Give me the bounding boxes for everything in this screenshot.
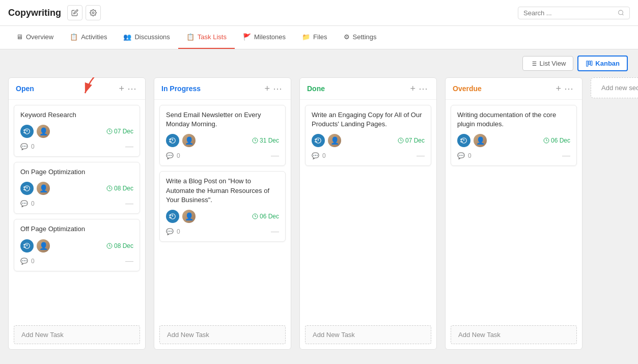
task-footer-1: 💬 0 — <box>20 142 133 151</box>
column-overdue: Overdue + ⋯ Writing documentation of the… <box>445 77 582 350</box>
milestones-icon: 🚩 <box>243 33 251 41</box>
column-overdue-title: Overdue <box>453 85 554 93</box>
tab-discussions[interactable]: 👥 Discussions <box>115 26 178 49</box>
svg-point-1 <box>619 10 623 15</box>
comment-count: 0 <box>177 228 268 235</box>
avatar-power-3 <box>20 239 34 253</box>
column-open-body: Keyword Research 👤 07 Dec 💬 0 — <box>9 100 145 325</box>
search-input[interactable] <box>523 9 618 17</box>
column-in-progress-add-btn[interactable]: + <box>263 84 271 93</box>
column-done-title: Done <box>307 85 408 93</box>
task-title: Off Page Optimization <box>20 225 133 234</box>
tab-files[interactable]: 📁 Files <box>294 26 335 49</box>
add-task-open[interactable]: Add New Task <box>14 325 140 344</box>
view-toolbar: List View Kanban <box>0 49 638 77</box>
column-in-progress-menu-btn[interactable]: ⋯ <box>271 84 284 93</box>
task-footer-4: 💬 0 — <box>166 151 279 160</box>
avatar-user-5: 👤 <box>182 210 196 223</box>
add-section-button[interactable]: Add new section <box>591 77 638 98</box>
task-title: Write an Engaging Copy for All of Our Pr… <box>312 110 425 129</box>
task-title: Write a Blog Post on "How to Automate th… <box>166 177 279 205</box>
clock-icon <box>106 185 113 191</box>
comment-count: 0 <box>31 143 122 150</box>
kanban-icon <box>586 60 593 67</box>
list-view-icon <box>530 60 537 67</box>
task-meta: 👤 31 Dec <box>166 134 279 147</box>
task-card-documentation: Writing documentation of the core plugin… <box>451 105 577 166</box>
collapse-btn[interactable]: — <box>562 151 570 160</box>
task-footer-6: 💬 0 — <box>312 151 425 160</box>
column-done-header: Done + ⋯ <box>300 78 436 100</box>
edit-button[interactable] <box>67 5 82 20</box>
tab-settings[interactable]: ⚙ Settings <box>336 26 385 49</box>
add-task-done[interactable]: Add New Task <box>305 325 431 344</box>
avatar-user-6: 👤 <box>328 134 341 147</box>
comment-count: 0 <box>177 152 268 159</box>
due-date-6: 07 Dec <box>398 137 425 144</box>
due-date-2: 08 Dec <box>106 185 133 192</box>
collapse-btn[interactable]: — <box>125 142 133 151</box>
tab-milestones[interactable]: 🚩 Milestones <box>235 26 294 49</box>
column-open-header: Open + ⋯ <box>9 78 145 100</box>
overview-icon: 🖥 <box>16 33 23 41</box>
task-title: On Page Optimization <box>20 167 133 177</box>
column-done: Done + ⋯ Write an Engaging Copy for All … <box>299 77 437 350</box>
column-overdue-menu-btn[interactable]: ⋯ <box>563 84 575 93</box>
settings-button[interactable] <box>86 5 101 20</box>
task-card-blog-post: Write a Blog Post on "How to Automate th… <box>159 171 286 242</box>
collapse-btn[interactable]: — <box>271 227 279 236</box>
clock-icon <box>106 243 113 249</box>
add-section-area: Add new section <box>591 77 638 350</box>
column-done-add-btn[interactable]: + <box>408 84 417 93</box>
task-meta: 👤 06 Dec <box>166 210 279 223</box>
column-open-add-btn[interactable]: + <box>117 84 126 93</box>
tab-overview[interactable]: 🖥 Overview <box>8 26 62 49</box>
column-open-menu-btn[interactable]: ⋯ <box>126 84 138 93</box>
app-header: Copywriting <box>0 0 638 26</box>
collapse-btn[interactable]: — <box>125 199 133 208</box>
task-card-email-newsletter: Send Email Newsletter on Every Monday Mo… <box>159 105 286 166</box>
clock-icon <box>106 128 113 134</box>
svg-rect-9 <box>589 61 590 64</box>
task-title: Keyword Research <box>20 110 133 120</box>
svg-point-0 <box>92 12 94 14</box>
collapse-btn[interactable]: — <box>125 257 133 266</box>
comment-icon: 💬 <box>20 143 28 150</box>
list-view-button[interactable]: List View <box>522 56 574 71</box>
task-meta: 👤 08 Dec <box>20 182 133 195</box>
comment-count: 0 <box>468 152 559 159</box>
task-meta: 👤 07 Dec <box>20 125 133 138</box>
comment-icon: 💬 <box>20 258 28 265</box>
comment-count: 0 <box>31 258 122 265</box>
column-open: Open + ⋯ Keyword Research 👤 07 Dec <box>8 77 146 350</box>
task-title: Writing documentation of the core plugin… <box>457 110 570 129</box>
column-in-progress-header: In Progress + ⋯ <box>154 78 291 100</box>
add-task-overdue[interactable]: Add New Task <box>451 325 577 344</box>
collapse-btn[interactable]: — <box>417 151 425 160</box>
avatar-user-2: 👤 <box>37 182 50 195</box>
tab-task-lists[interactable]: 📋 Task Lists <box>178 26 235 49</box>
column-done-menu-btn[interactable]: ⋯ <box>417 84 429 93</box>
svg-rect-10 <box>591 61 592 65</box>
kanban-board: Open + ⋯ Keyword Research 👤 07 Dec <box>0 77 638 360</box>
task-footer-2: 💬 0 — <box>20 199 133 208</box>
column-in-progress: In Progress + ⋯ Send Email Newsletter on… <box>154 77 291 350</box>
discussions-icon: 👥 <box>123 33 131 41</box>
settings-nav-icon: ⚙ <box>344 33 350 41</box>
clock-icon <box>252 137 258 144</box>
column-in-progress-body: Send Email Newsletter on Every Monday Mo… <box>154 100 291 325</box>
column-done-body: Write an Engaging Copy for All of Our Pr… <box>300 100 436 325</box>
task-meta: 👤 08 Dec <box>20 239 133 253</box>
task-meta: 👤 07 Dec <box>312 134 425 147</box>
task-card-off-page-opt: Off Page Optimization 👤 08 Dec 💬 0 — <box>14 219 140 271</box>
due-date-1: 07 Dec <box>106 128 133 135</box>
column-in-progress-title: In Progress <box>161 85 263 93</box>
avatar-user-1: 👤 <box>37 125 50 138</box>
tab-activities[interactable]: 📋 Activities <box>62 26 115 49</box>
kanban-view-button[interactable]: Kanban <box>577 55 628 71</box>
collapse-btn[interactable]: — <box>271 151 279 160</box>
column-overdue-add-btn[interactable]: + <box>554 84 563 93</box>
task-card-keyword-research: Keyword Research 👤 07 Dec 💬 0 — <box>14 105 140 157</box>
search-box <box>518 7 630 19</box>
add-task-in-progress[interactable]: Add New Task <box>159 325 286 344</box>
